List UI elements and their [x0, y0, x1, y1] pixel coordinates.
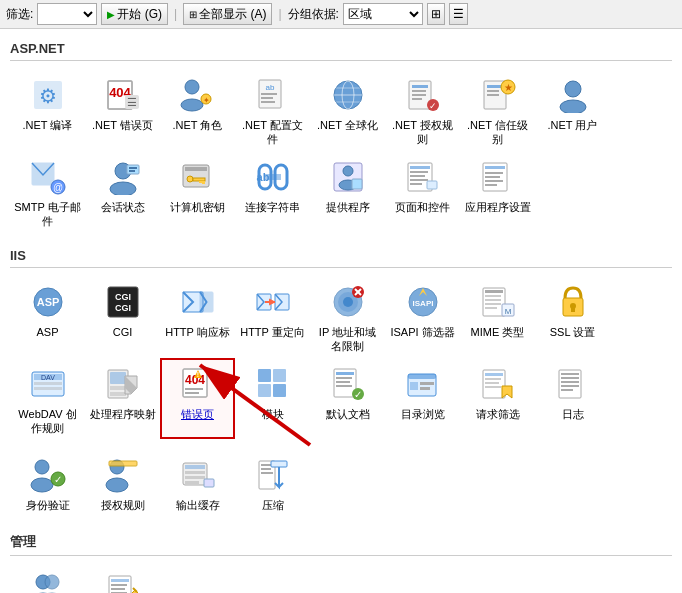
icon-conn-string[interactable]: ab 连接字符串 — [235, 151, 310, 233]
icon-default-doc[interactable]: ✓ 默认文档 — [310, 358, 385, 440]
svg-rect-105 — [34, 382, 62, 385]
svg-rect-114 — [185, 388, 203, 390]
svg-rect-16 — [261, 101, 275, 103]
svg-rect-157 — [185, 481, 199, 484]
svg-rect-92 — [485, 290, 503, 293]
svg-rect-152 — [109, 461, 137, 466]
svg-rect-65 — [427, 181, 437, 189]
group-by-select[interactable]: 区域 — [343, 3, 423, 25]
icon-app-settings[interactable]: 应用程序设置 — [460, 151, 535, 233]
icon-provider[interactable]: 提供程序 — [310, 151, 385, 233]
svg-rect-95 — [485, 303, 501, 305]
icon-iis-manager[interactable]: IIS 管理器权限 — [10, 564, 85, 593]
svg-rect-23 — [412, 85, 428, 88]
icon-ssl[interactable]: SSL 设置 — [535, 276, 610, 358]
icon-ip-limit[interactable]: IP 地址和域名限制 — [310, 276, 385, 358]
icon-net-trust[interactable]: ★ .NET 信任级别 — [460, 69, 535, 151]
icon-grid-manage: IIS 管理器权限 配置编辑器 — [10, 564, 672, 593]
icon-request-filter[interactable]: 请求筛选 — [460, 358, 535, 440]
svg-rect-49 — [202, 181, 205, 184]
svg-rect-135 — [485, 373, 503, 376]
icon-error-pages[interactable]: 404 ! 错误页 — [160, 358, 235, 440]
svg-rect-162 — [261, 472, 273, 474]
content: ASP.NET ⚙ .NET 编译 404 — [0, 29, 682, 593]
icon-grid-aspnet: ⚙ .NET 编译 404 ☰ .NET 错误页 — [10, 69, 672, 232]
svg-rect-14 — [261, 93, 277, 95]
svg-marker-139 — [502, 386, 512, 398]
icon-cgi[interactable]: CGI CGI CGI — [85, 276, 160, 358]
icon-compress[interactable]: 压缩 — [235, 449, 310, 516]
svg-rect-94 — [485, 299, 501, 301]
icon-machine-key[interactable]: 计算机密钥 — [160, 151, 235, 233]
svg-rect-25 — [412, 94, 426, 96]
icon-handler[interactable]: 处理程序映射 — [85, 358, 160, 440]
icon-net-compile[interactable]: ⚙ .NET 编译 — [10, 69, 85, 151]
svg-rect-58 — [352, 179, 362, 189]
svg-rect-30 — [487, 85, 501, 88]
section-title-aspnet: ASP.NET — [10, 35, 672, 61]
svg-rect-154 — [185, 465, 205, 469]
icon-session[interactable]: 会话状态 — [85, 151, 160, 233]
section-aspnet: ASP.NET ⚙ .NET 编译 404 — [10, 35, 672, 232]
svg-rect-126 — [336, 385, 352, 387]
svg-rect-141 — [561, 373, 579, 375]
icon-auth2[interactable]: ✓ 身份验证 — [10, 449, 85, 516]
svg-text:!: ! — [196, 371, 198, 378]
svg-text:✓: ✓ — [429, 101, 437, 111]
show-all-btn[interactable]: ⊞ 全部显示 (A) — [183, 3, 272, 25]
icon-output-cache[interactable]: 输出缓存 — [160, 449, 235, 516]
svg-rect-138 — [485, 386, 501, 388]
icon-mime[interactable]: M MIME 类型 — [460, 276, 535, 358]
svg-rect-158 — [204, 479, 214, 487]
svg-rect-42 — [127, 165, 139, 174]
list-toggle-btn[interactable]: ☰ — [449, 3, 468, 25]
start-btn[interactable]: ▶ 开始 (G) — [101, 3, 168, 25]
svg-rect-136 — [485, 378, 501, 380]
svg-point-147 — [31, 478, 53, 492]
svg-rect-163 — [271, 461, 287, 467]
svg-text:ab: ab — [265, 83, 274, 92]
section-manage: 管理 IIS 管理器权限 — [10, 527, 672, 593]
svg-rect-133 — [420, 387, 430, 390]
icon-net-user[interactable]: .NET 用户 — [535, 69, 610, 151]
icon-net-auth[interactable]: ✓ .NET 授权规则 — [385, 69, 460, 151]
icon-net-error[interactable]: 404 ☰ .NET 错误页 — [85, 69, 160, 151]
icon-config-editor[interactable]: 配置编辑器 — [85, 564, 160, 593]
icon-isapi[interactable]: ISAPI ISAPI 筛选器 — [385, 276, 460, 358]
svg-rect-64 — [410, 183, 422, 185]
svg-text:✓: ✓ — [54, 474, 62, 485]
section-title-manage: 管理 — [10, 527, 672, 556]
view-toggle-btn[interactable]: ⊞ — [427, 3, 445, 25]
svg-rect-115 — [185, 392, 199, 394]
svg-rect-110 — [110, 392, 126, 396]
filter-select[interactable] — [37, 3, 97, 25]
svg-text:@: @ — [52, 182, 62, 193]
icon-smtp[interactable]: @ SMTP 电子邮件 — [10, 151, 85, 233]
svg-point-36 — [560, 100, 586, 113]
svg-rect-143 — [561, 381, 579, 383]
svg-rect-137 — [485, 382, 499, 384]
icon-net-config[interactable]: ab .NET 配置文件 — [235, 69, 310, 151]
icon-http-response[interactable]: HTTP 响应标 — [160, 276, 235, 358]
icon-net-role[interactable]: ✦ .NET 角色 — [160, 69, 235, 151]
svg-rect-93 — [485, 295, 501, 297]
icon-authz[interactable]: 授权规则 — [85, 449, 160, 516]
icon-webdav[interactable]: DAV WebDAV 创作规则 — [10, 358, 85, 440]
svg-rect-118 — [258, 369, 271, 382]
svg-rect-70 — [485, 180, 503, 182]
svg-rect-155 — [185, 471, 205, 474]
icon-modules[interactable]: 模块 — [235, 358, 310, 440]
svg-rect-44 — [129, 170, 135, 172]
svg-text:⚙: ⚙ — [39, 85, 57, 107]
icon-pages-controls[interactable]: 页面和控件 — [385, 151, 460, 233]
icon-browse[interactable]: 目录浏览 — [385, 358, 460, 440]
svg-rect-144 — [561, 385, 579, 387]
svg-rect-145 — [561, 389, 573, 391]
icon-http-redirect[interactable]: HTTP 重定向 — [235, 276, 310, 358]
icon-net-global[interactable]: .NET 全球化 — [310, 69, 385, 151]
icon-grid-iis-row2: ✓ 身份验证 授权规则 — [10, 449, 672, 516]
icon-asp[interactable]: ASP ASP — [10, 276, 85, 358]
icon-log[interactable]: 日志 — [535, 358, 610, 440]
svg-text:ISAPI: ISAPI — [412, 299, 433, 308]
svg-rect-106 — [34, 387, 62, 390]
